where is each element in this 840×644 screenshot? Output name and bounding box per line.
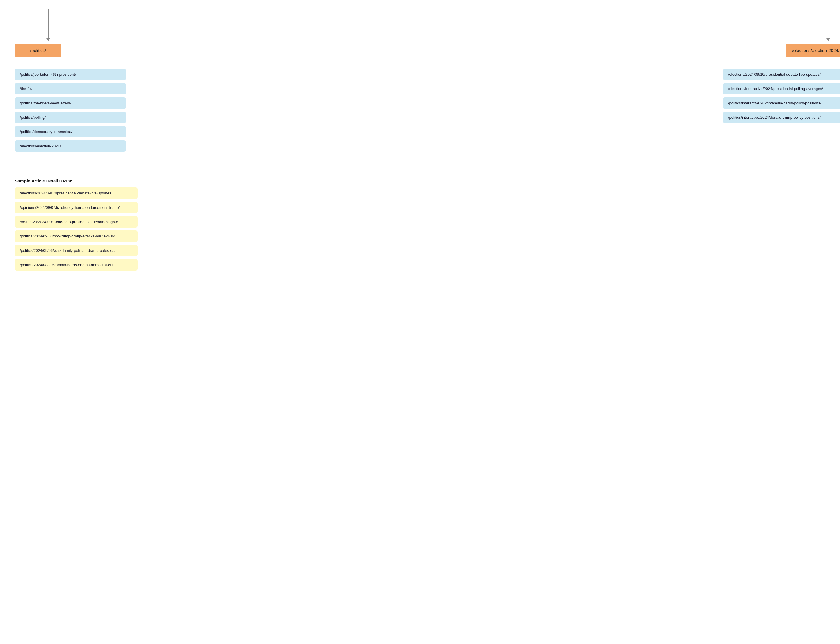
child-node: /elections/2024/09/10/presidential-debat… [723,69,840,80]
article-item: /politics/2024/09/03/pro-trump-group-att… [15,230,138,242]
left-children: /politics/joe-biden-46th-president/ /the… [15,69,126,152]
tree-top-line [48,9,828,9]
article-item: /politics/2024/08/29/kamala-harris-obama… [15,259,138,271]
article-item: /opinions/2024/09/07/liz-cheney-harris-e… [15,202,138,213]
article-item: /politics/2024/09/06/walz-family-politic… [15,245,138,256]
article-section: Sample Article Detail URLs: /elections/2… [6,178,834,271]
child-node: /politics/polling/ [15,112,126,123]
tree-left-vert [48,9,49,38]
article-item: /elections/2024/09/10/presidential-debat… [15,187,138,199]
article-section-title: Sample Article Detail URLs: [15,178,834,183]
root-politics-label: /politics/ [30,48,46,53]
right-children: /elections/2024/09/10/presidential-debat… [723,69,840,123]
child-node: /elections/interactive/2024/presidential… [723,83,840,94]
arrow-left-icon [46,38,50,41]
root-node-elections: /elections/election-2024/ [786,44,840,57]
tree-right-vert [828,9,828,38]
root-node-politics: /politics/ [15,44,61,57]
arrow-right-icon [826,38,830,41]
child-node: /politics/democracy-in-america/ [15,126,126,138]
root-elections-label: /elections/election-2024/ [792,48,839,53]
article-items: /elections/2024/09/10/presidential-debat… [15,187,834,271]
child-node: /elections/election-2024/ [15,140,126,152]
tree-section: /politics/ /elections/election-2024/ /po… [6,6,834,170]
page-container: /politics/ /elections/election-2024/ /po… [6,6,834,271]
child-node: /politics/the-briefs-newsletters/ [15,97,126,109]
article-item: /dc-md-va/2024/09/10/dc-bars-presidentia… [15,216,138,228]
child-node: /politics/joe-biden-46th-president/ [15,69,126,80]
child-node: /politics/interactive/2024/kamala-harris… [723,97,840,109]
child-node: /politics/interactive/2024/donald-trump-… [723,112,840,123]
child-node: /the-fix/ [15,83,126,94]
